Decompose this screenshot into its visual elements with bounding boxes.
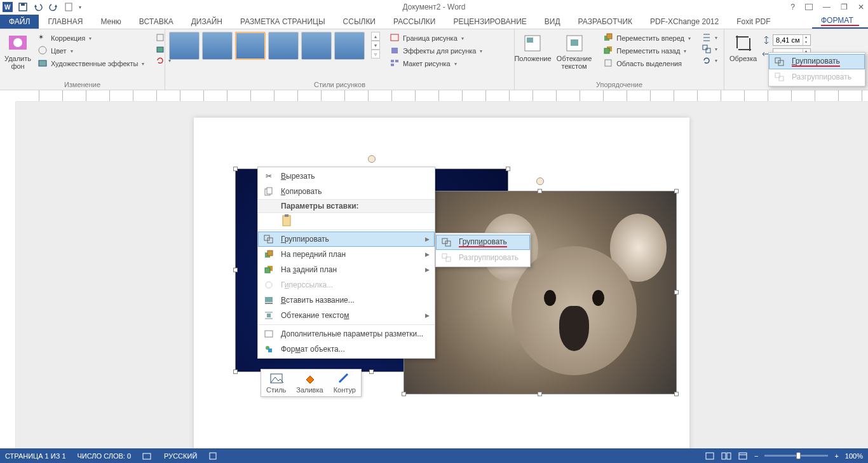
height-input[interactable]: ▴▾: [773, 34, 811, 46]
svg-rect-23: [604, 48, 609, 53]
bring-forward-button[interactable]: Переместить вперед▾: [601, 32, 693, 45]
tab-developer[interactable]: РАЗРАБОТЧИК: [569, 15, 642, 29]
picture-layout-button[interactable]: Макет рисунка▾: [388, 57, 485, 70]
svg-rect-15: [391, 64, 394, 66]
view-web-icon[interactable]: [738, 452, 748, 460]
ctx-wrap-text[interactable]: Обтекание текстом▶: [258, 308, 435, 323]
mini-style-button[interactable]: Стиль: [261, 370, 291, 396]
picture-styles-gallery[interactable]: [169, 32, 365, 60]
picture-border-button[interactable]: Граница рисунка▾: [388, 32, 485, 45]
svg-rect-11: [391, 34, 398, 41]
svg-rect-39: [268, 251, 273, 256]
position-button[interactable]: Положение: [519, 32, 547, 64]
svg-rect-53: [143, 453, 151, 459]
group-button[interactable]: ▾: [700, 43, 720, 55]
view-read-icon[interactable]: [721, 452, 731, 460]
ctx-more-layout[interactable]: Дополнительные параметры разметки...: [258, 326, 435, 342]
svg-rect-21: [607, 34, 612, 39]
maximize-icon[interactable]: ❐: [841, 3, 848, 11]
ctx-paste-header: Параметры вставки:: [258, 199, 435, 213]
tab-foxit[interactable]: Foxit PDF: [728, 15, 779, 29]
zoom-slider[interactable]: [764, 455, 828, 457]
window-title: Документ2 - Word: [402, 3, 465, 11]
tab-mailings[interactable]: РАССЫЛКИ: [384, 15, 444, 29]
qat-menu-icon[interactable]: ▾: [79, 4, 81, 10]
minimize-icon[interactable]: —: [823, 3, 831, 11]
gallery-down-icon[interactable]: ▾: [371, 41, 380, 50]
corrections-button[interactable]: ✶Коррекция▾: [36, 32, 147, 45]
ctx-insert-caption[interactable]: Вставить название...: [258, 293, 435, 308]
svg-rect-9: [157, 34, 163, 41]
ribbon-drop-group[interactable]: Группировать: [769, 54, 865, 69]
tab-review[interactable]: РЕЦЕНЗИРОВАНИЕ: [444, 15, 535, 29]
tab-pdfxchange[interactable]: PDF-XChange 2012: [641, 15, 728, 29]
color-button[interactable]: Цвет▾: [36, 45, 147, 57]
svg-rect-4: [65, 3, 72, 11]
svg-rect-46: [265, 331, 273, 337]
gallery-more-icon[interactable]: ▿: [371, 50, 380, 59]
undo-icon[interactable]: [33, 2, 43, 12]
send-backward-button[interactable]: Переместить назад▾: [601, 45, 693, 57]
group-submenu: Группировать Разгруппировать: [435, 233, 531, 267]
svg-rect-34: [283, 216, 290, 226]
gallery-up-icon[interactable]: ▴: [371, 32, 380, 41]
crop-button[interactable]: Обрезка: [728, 32, 758, 64]
submenu-ungroup: Разгруппировать: [436, 250, 530, 265]
zoom-level[interactable]: 100%: [845, 452, 863, 460]
group-label-adjust: Изменение: [4, 79, 161, 90]
picture-effects-button[interactable]: Эффекты для рисунка▾: [388, 45, 485, 57]
artistic-effects-button[interactable]: Художественные эффекты▾: [36, 57, 147, 70]
svg-point-42: [266, 282, 272, 288]
zoom-in-icon[interactable]: +: [834, 452, 838, 460]
tab-file[interactable]: ФАЙЛ: [0, 15, 39, 29]
close-icon[interactable]: ✕: [858, 3, 864, 11]
tab-references[interactable]: ССЫЛКИ: [334, 15, 384, 29]
view-print-icon[interactable]: [705, 452, 715, 460]
ctx-copy[interactable]: Копировать: [258, 184, 435, 199]
group-label-styles: Стили рисунков: [169, 79, 510, 90]
status-spellcheck-icon[interactable]: [142, 452, 153, 460]
ctx-cut[interactable]: ✂Вырезать: [258, 169, 435, 184]
svg-rect-57: [727, 453, 731, 459]
ctx-send-back[interactable]: На задний план▶: [258, 262, 435, 277]
status-macro-icon[interactable]: [208, 452, 217, 460]
redo-icon[interactable]: [48, 2, 58, 12]
tab-menu[interactable]: Меню: [92, 15, 130, 29]
zoom-out-icon[interactable]: −: [754, 452, 758, 460]
selected-image-2[interactable]: [403, 191, 677, 394]
tab-design[interactable]: ДИЗАЙН: [182, 15, 231, 29]
svg-rect-17: [527, 38, 533, 43]
status-language[interactable]: РУССКИЙ: [164, 452, 197, 460]
ctx-bring-front[interactable]: На передний план▶: [258, 247, 435, 262]
ruler-horizontal[interactable]: [16, 90, 868, 102]
ctx-group[interactable]: Группировать▶: [258, 232, 435, 247]
rotate-handle-icon[interactable]: [536, 177, 544, 185]
submenu-group[interactable]: Группировать: [436, 235, 530, 250]
remove-background-button[interactable]: Удалить фон: [4, 32, 32, 71]
wrap-text-button[interactable]: Обтекание текстом: [551, 32, 597, 71]
tab-insert[interactable]: ВСТАВКА: [130, 15, 182, 29]
save-icon[interactable]: [18, 2, 28, 12]
status-page[interactable]: СТРАНИЦА 1 ИЗ 1: [5, 452, 66, 460]
selection-pane-button[interactable]: Область выделения: [601, 57, 693, 70]
rotate-handle-icon[interactable]: [368, 155, 376, 163]
status-words[interactable]: ЧИСЛО СЛОВ: 0: [78, 452, 132, 460]
tab-page-layout[interactable]: РАЗМЕТКА СТРАНИЦЫ: [231, 15, 334, 29]
rotate-button[interactable]: ▾: [700, 55, 720, 66]
ruler-vertical[interactable]: [0, 102, 16, 448]
word-icon: W: [3, 2, 13, 12]
help-icon[interactable]: ?: [790, 3, 795, 11]
new-doc-icon[interactable]: [64, 2, 74, 12]
tab-view[interactable]: ВИД: [536, 15, 569, 29]
mini-fill-button[interactable]: Заливка: [291, 370, 328, 396]
ctx-format-object[interactable]: Формат объекта...: [258, 342, 435, 357]
tab-home[interactable]: ГЛАВНАЯ: [39, 15, 92, 29]
svg-rect-25: [703, 45, 707, 50]
ctx-paste-option[interactable]: [258, 213, 435, 228]
align-button[interactable]: ▾: [700, 32, 720, 43]
tab-format[interactable]: ФОРМАТ: [812, 14, 868, 29]
ribbon-display-icon[interactable]: [805, 4, 813, 10]
height-icon: [762, 36, 771, 45]
mini-outline-button[interactable]: Контур: [329, 370, 361, 396]
svg-rect-12: [391, 48, 398, 53]
